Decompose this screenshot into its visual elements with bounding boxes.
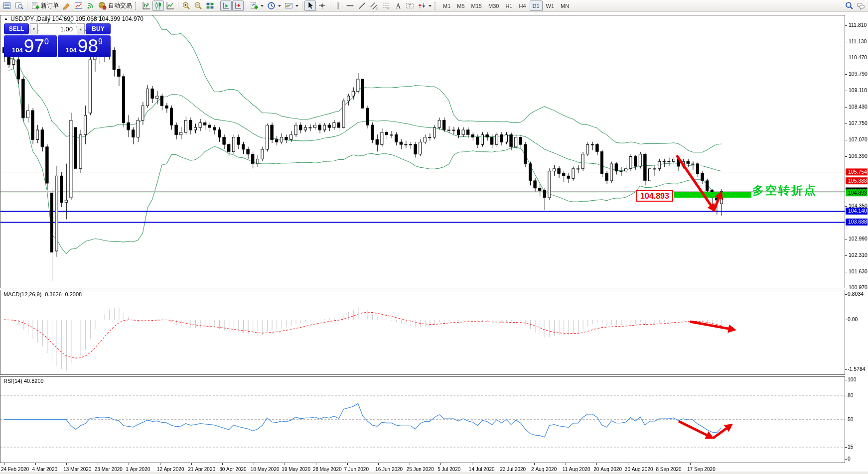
vertical-line-button[interactable] xyxy=(332,0,344,11)
market-watch-button[interactable] xyxy=(1,0,13,11)
data-window-icon xyxy=(15,1,23,10)
zoom-in-button[interactable] xyxy=(180,0,192,11)
buy-button[interactable]: BUY xyxy=(86,23,111,34)
collapse-panel-icon[interactable]: ▲ xyxy=(4,17,8,21)
periods-button[interactable] xyxy=(266,0,283,11)
sell-button[interactable]: SELL xyxy=(4,23,29,34)
bid-point: 0 xyxy=(44,37,49,46)
chart-window-icon xyxy=(74,1,83,10)
crayon-icon xyxy=(62,1,71,10)
autotrading-icon xyxy=(98,1,107,10)
timeframe-m15-button[interactable]: M15 xyxy=(468,0,485,11)
equidistant-channel-icon: E xyxy=(370,1,378,10)
dropdown-arrow-icon xyxy=(295,5,298,7)
chat-icon xyxy=(857,1,865,10)
toolbar-separator xyxy=(178,1,178,10)
volume-input[interactable] xyxy=(39,23,76,34)
bid-pips: 97 xyxy=(24,36,44,56)
toolbar-separator xyxy=(302,1,302,10)
zoom-out-icon xyxy=(194,1,202,10)
svg-text:E: E xyxy=(376,6,378,10)
zoom-in-icon xyxy=(182,1,190,10)
data-window-button[interactable] xyxy=(13,0,25,11)
cursor-button[interactable] xyxy=(304,0,316,11)
indicators-icon xyxy=(250,1,258,10)
text-label-button[interactable]: T xyxy=(404,0,416,11)
new-order-icon xyxy=(31,1,39,10)
macd-indicator-label: MACD(12,26,9) -0.3626 -0.2008 xyxy=(3,291,82,297)
strategy-tester-button[interactable] xyxy=(73,0,84,11)
arrows-tool-button[interactable] xyxy=(416,0,433,11)
rsi-indicator-label: RSI(14) 40.8209 xyxy=(3,378,44,384)
trendline-icon xyxy=(358,1,366,10)
zoom-out-button[interactable] xyxy=(192,0,204,11)
candlestick-chart-button[interactable] xyxy=(152,0,164,11)
timeframe-h1-button[interactable]: H1 xyxy=(502,0,515,11)
bid-integer: 104 xyxy=(12,46,23,54)
price-chart-canvas[interactable] xyxy=(0,12,868,474)
line-chart-icon xyxy=(166,1,174,10)
search-button[interactable] xyxy=(844,0,855,11)
indicators-button[interactable] xyxy=(248,0,265,11)
sell-price-button[interactable]: 104 97 0 xyxy=(4,35,57,57)
ask-point: 9 xyxy=(98,37,103,46)
new-order-button[interactable]: 新订单 xyxy=(29,0,60,11)
horizontal-line-button[interactable] xyxy=(344,0,356,11)
crayon-button[interactable] xyxy=(61,0,72,11)
autotrading-label: 自动交易 xyxy=(108,1,132,10)
candlestick-chart-icon xyxy=(154,1,162,10)
auto-scroll-icon xyxy=(222,1,230,10)
bar-chart-button[interactable] xyxy=(141,0,152,11)
tile-windows-button[interactable] xyxy=(204,0,216,11)
tile-windows-icon xyxy=(206,1,214,10)
price-level-annotation[interactable]: 104.893 xyxy=(636,190,673,202)
svg-text:A: A xyxy=(396,2,401,10)
crosshair-button[interactable] xyxy=(316,0,328,11)
volume-increase-button[interactable]: ▲ xyxy=(77,23,85,34)
chart-title-text: USDJPY-,Daily 104.690 105.068 104.399 10… xyxy=(10,15,144,22)
main-toolbar: 新订单 自动交易 xyxy=(0,0,868,12)
volume-decrease-button[interactable]: ▼ xyxy=(30,23,38,34)
signals-icon xyxy=(86,1,95,10)
fibonacci-button[interactable]: F xyxy=(380,0,392,11)
chart-title: ▲ USDJPY-,Daily 104.690 105.068 104.399 … xyxy=(4,15,144,22)
arrows-tool-icon xyxy=(418,1,426,10)
timeframe-h4-button[interactable]: H4 xyxy=(516,0,529,11)
toolbar-grip[interactable] xyxy=(135,2,138,10)
ask-integer: 104 xyxy=(66,46,77,54)
crosshair-icon xyxy=(318,1,326,10)
trendline-button[interactable] xyxy=(356,0,368,11)
horizontal-line-icon xyxy=(346,1,354,10)
timeframe-m5-button[interactable]: M5 xyxy=(454,0,467,11)
chart-shift-button[interactable] xyxy=(232,0,244,11)
periods-clock-icon xyxy=(267,1,276,10)
line-chart-button[interactable] xyxy=(164,0,176,11)
auto-scroll-button[interactable] xyxy=(220,0,232,11)
turning-point-annotation[interactable]: 多空转折点 xyxy=(752,183,817,198)
timeframe-m30-button[interactable]: M30 xyxy=(485,0,502,11)
one-click-trading-panel: SELL ▼ ▲ BUY 104 97 0 104 98 9 xyxy=(4,23,111,57)
timeframe-w1-button[interactable]: W1 xyxy=(543,0,558,11)
market-watch-icon xyxy=(3,1,11,10)
timeframe-m1-button[interactable]: M1 xyxy=(440,0,453,11)
bar-chart-icon xyxy=(142,1,150,10)
toolbar-separator xyxy=(218,1,218,10)
equidistant-channel-button[interactable]: E xyxy=(368,0,380,11)
text-button[interactable]: A xyxy=(392,0,404,11)
buy-price-button[interactable]: 104 98 9 xyxy=(58,35,111,57)
fibonacci-icon: F xyxy=(382,1,390,10)
cursor-icon xyxy=(306,1,314,10)
dropdown-arrow-icon xyxy=(429,5,432,7)
ask-pips: 98 xyxy=(78,36,98,56)
toolbar-separator xyxy=(27,1,27,10)
templates-button[interactable] xyxy=(283,0,300,11)
signals-button[interactable] xyxy=(85,0,96,11)
templates-icon xyxy=(285,1,293,10)
chat-button[interactable] xyxy=(855,0,867,11)
timeframe-mn-button[interactable]: MN xyxy=(558,0,572,11)
autotrading-button[interactable]: 自动交易 xyxy=(97,0,134,11)
new-order-label: 新订单 xyxy=(41,1,59,10)
timeframe-d1-button[interactable]: D1 xyxy=(530,0,543,11)
toolbar-grip[interactable] xyxy=(434,2,437,10)
dropdown-arrow-icon xyxy=(278,5,281,7)
